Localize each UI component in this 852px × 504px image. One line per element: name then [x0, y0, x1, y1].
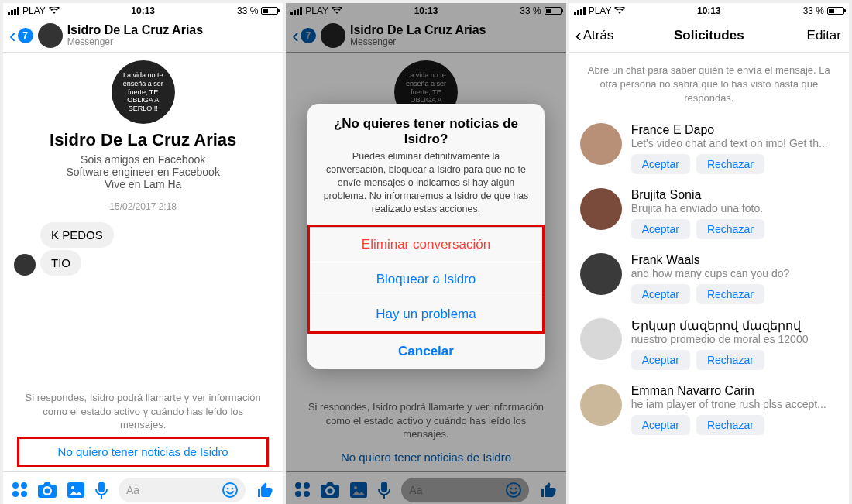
profile-job-line: Software engineer en Facebook [19, 166, 267, 178]
profile-name: Isidro De La Cruz Arias [19, 130, 267, 150]
message-bubble[interactable]: K PEDOS [40, 222, 114, 248]
request-item[interactable]: Երկար մազերով մազերովnuestro promedio de… [569, 312, 849, 378]
reject-button[interactable]: Rechazar [696, 284, 764, 304]
reject-button[interactable]: Rechazar [696, 350, 764, 370]
request-item[interactable]: Emman Navarro Carinhe iam player of tron… [569, 378, 849, 443]
reject-button[interactable]: Rechazar [696, 154, 764, 174]
alert-delete-button[interactable]: Eliminar conversación [310, 227, 541, 262]
message-row: K PEDOS [14, 222, 272, 248]
battery-icon [261, 7, 278, 15]
apps-icon[interactable] [12, 482, 27, 497]
message-input[interactable]: Aa [119, 478, 246, 502]
accept-button[interactable]: Aceptar [631, 284, 690, 304]
request-list[interactable]: France E DapoLet's video chat and text o… [569, 117, 849, 504]
status-bar: PLAY 10:13 33 % [3, 3, 283, 19]
gallery-icon[interactable] [67, 482, 84, 498]
alert-report-button[interactable]: Hay un problema [310, 297, 541, 331]
accept-button[interactable]: Aceptar [631, 350, 690, 370]
messages-area: K PEDOS TIO [3, 220, 283, 278]
clock: 10:13 [3, 5, 283, 16]
request-preview: and how many cups can you do? [631, 267, 838, 279]
request-item[interactable]: France E DapoLet's video chat and text o… [569, 117, 849, 182]
emoji-icon[interactable] [222, 482, 238, 498]
request-avatar[interactable] [580, 188, 622, 230]
svg-point-2 [223, 483, 237, 497]
request-avatar[interactable] [580, 384, 622, 426]
request-name: Brujita Sonia [631, 188, 838, 202]
alert-message: Puedes eliminar definitivamente la conve… [307, 150, 544, 225]
request-name: Frank Waals [631, 253, 838, 267]
message-bubble[interactable]: TIO [40, 250, 81, 276]
request-preview: Let's video chat and text on imo! Get th… [631, 137, 838, 149]
clock: 10:13 [569, 5, 849, 16]
request-item[interactable]: Frank Waalsand how many cups can you do?… [569, 247, 849, 312]
requests-header: ‹ Atrás Solicitudes Editar [569, 19, 849, 53]
action-sheet: ¿No quieres tener noticias de Isidro? Pu… [307, 104, 544, 369]
request-name: Emman Navarro Carin [631, 384, 838, 398]
screen-1-chat: PLAY 10:13 33 % ‹ 7 Isidro De La Cruz Ar… [3, 3, 283, 504]
request-preview: he iam player of trone rush plss accept.… [631, 398, 838, 410]
mic-icon[interactable] [95, 482, 108, 499]
profile-avatar[interactable]: La vida no te enseña a ser fuerte, TE OB… [112, 60, 175, 124]
alert-block-button[interactable]: Bloquear a Isidro [310, 262, 541, 297]
chat-header: ‹ 7 Isidro De La Cruz Arias Messenger [3, 19, 283, 53]
status-bar: PLAY 10:13 33 % [569, 3, 849, 19]
accept-button[interactable]: Aceptar [631, 219, 690, 239]
header-avatar[interactable] [38, 23, 63, 48]
reject-button[interactable]: Rechazar [696, 219, 764, 239]
requests-help-text: Abre un chat para saber quién te envía e… [569, 53, 849, 117]
privacy-warning: Si respondes, Isidro podrá llamarte y ve… [3, 385, 283, 437]
alert-cancel-button[interactable]: Cancelar [307, 334, 544, 369]
accept-button[interactable]: Aceptar [631, 415, 690, 435]
request-name: Երկար մազերով մազերով [631, 318, 838, 333]
unread-badge[interactable]: 7 [18, 28, 33, 43]
header-contact-name[interactable]: Isidro De La Cruz Arias [67, 23, 203, 37]
camera-icon[interactable] [38, 482, 57, 498]
alert-title: ¿No quieres tener noticias de Isidro? [307, 104, 544, 150]
reject-button[interactable]: Rechazar [696, 415, 764, 435]
chat-timestamp: 15/02/2017 2:18 [19, 201, 267, 212]
profile-lives-line: Vive en Lam Ha [19, 178, 267, 190]
screen-2-alert: PLAY 10:13 33 % ‹ 7 Isidro De La Cruz Ar… [286, 3, 565, 504]
request-preview: Brujita ha enviado una foto. [631, 202, 838, 214]
request-avatar[interactable] [580, 318, 622, 360]
request-preview: nuestro promedio de moral es 12000 [631, 333, 838, 345]
profile-friends-line: Sois amigos en Facebook [19, 153, 267, 166]
request-avatar[interactable] [580, 253, 622, 295]
edit-button[interactable]: Editar [807, 28, 841, 43]
back-icon[interactable]: ‹ [9, 26, 16, 46]
message-row: TIO [14, 250, 272, 276]
like-icon[interactable] [256, 482, 273, 499]
request-name: France E Dapo [631, 123, 838, 137]
accept-button[interactable]: Aceptar [631, 154, 690, 174]
svg-point-3 [227, 487, 229, 489]
battery-icon [827, 7, 844, 15]
message-avatar[interactable] [14, 254, 36, 276]
header-app-label: Messenger [67, 37, 203, 47]
request-item[interactable]: Brujita SoniaBrujita ha enviado una foto… [569, 182, 849, 247]
screen-3-requests: PLAY 10:13 33 % ‹ Atrás Solicitudes Edit… [569, 3, 849, 504]
svg-point-1 [71, 486, 74, 489]
composer-bar: Aa [3, 471, 283, 504]
input-placeholder: Aa [126, 484, 139, 496]
dont-want-link[interactable]: No quiero tener noticias de Isidro [17, 437, 269, 467]
request-avatar[interactable] [580, 123, 622, 165]
profile-card: La vida no te enseña a ser fuerte, TE OB… [3, 53, 283, 220]
svg-point-4 [232, 487, 234, 489]
